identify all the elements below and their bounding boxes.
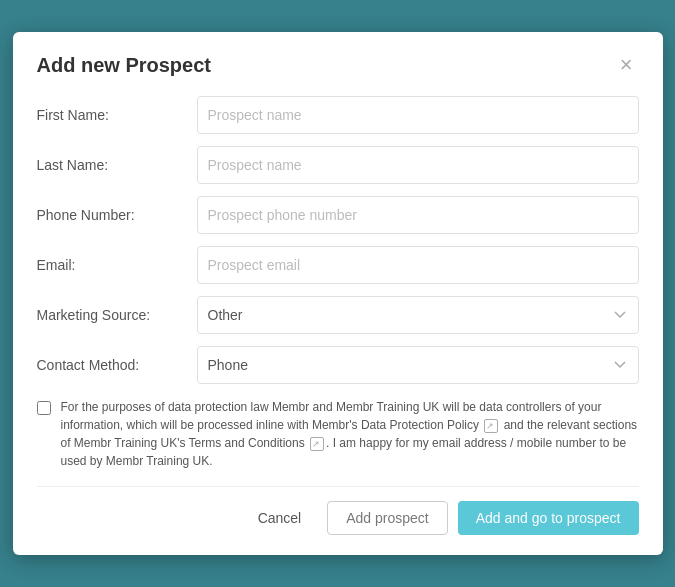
consent-checkbox[interactable] — [37, 401, 51, 415]
consent-row: For the purposes of data protection law … — [37, 398, 639, 470]
policy-link-icon[interactable] — [484, 419, 498, 433]
close-button[interactable]: × — [614, 52, 639, 78]
marketing-select[interactable]: Other Google Facebook Referral Walk-in — [197, 296, 639, 334]
add-prospect-button[interactable]: Add prospect — [327, 501, 448, 535]
email-row: Email: — [37, 246, 639, 284]
first-name-input[interactable] — [197, 96, 639, 134]
phone-label: Phone Number: — [37, 207, 197, 223]
contact-select[interactable]: Phone Email SMS Post — [197, 346, 639, 384]
first-name-row: First Name: — [37, 96, 639, 134]
terms-link-icon[interactable] — [310, 437, 324, 451]
last-name-row: Last Name: — [37, 146, 639, 184]
marketing-row: Marketing Source: Other Google Facebook … — [37, 296, 639, 334]
phone-input[interactable] — [197, 196, 639, 234]
modal-title: Add new Prospect — [37, 54, 211, 77]
modal-footer: Cancel Add prospect Add and go to prospe… — [37, 486, 639, 535]
consent-text: For the purposes of data protection law … — [61, 398, 639, 470]
last-name-input[interactable] — [197, 146, 639, 184]
contact-label: Contact Method: — [37, 357, 197, 373]
first-name-label: First Name: — [37, 107, 197, 123]
marketing-label: Marketing Source: — [37, 307, 197, 323]
cancel-button[interactable]: Cancel — [242, 501, 318, 535]
modal-header: Add new Prospect × — [37, 52, 639, 78]
last-name-label: Last Name: — [37, 157, 197, 173]
modal-overlay: Add new Prospect × First Name: Last Name… — [0, 0, 675, 587]
email-label: Email: — [37, 257, 197, 273]
phone-row: Phone Number: — [37, 196, 639, 234]
add-prospect-modal: Add new Prospect × First Name: Last Name… — [13, 32, 663, 555]
add-and-go-button[interactable]: Add and go to prospect — [458, 501, 639, 535]
email-input[interactable] — [197, 246, 639, 284]
contact-row: Contact Method: Phone Email SMS Post — [37, 346, 639, 384]
